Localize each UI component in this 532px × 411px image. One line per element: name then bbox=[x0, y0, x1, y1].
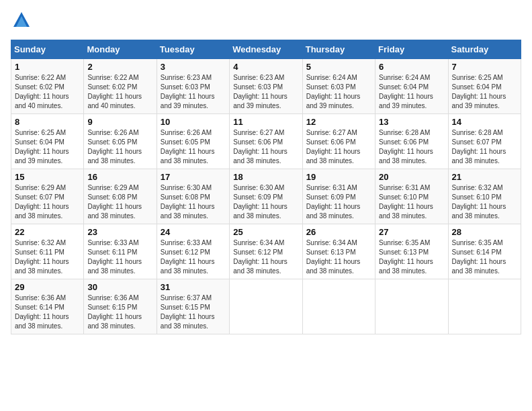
calendar-day-cell: 19Sunrise: 6:31 AMSunset: 6:09 PMDayligh… bbox=[302, 169, 375, 224]
calendar-week-row: 8Sunrise: 6:25 AMSunset: 6:04 PMDaylight… bbox=[11, 114, 521, 169]
day-number: 26 bbox=[306, 227, 371, 237]
calendar-day-cell: 21Sunrise: 6:32 AMSunset: 6:10 PMDayligh… bbox=[448, 169, 521, 224]
calendar-day-cell: 4Sunrise: 6:23 AMSunset: 6:03 PMDaylight… bbox=[230, 59, 302, 114]
day-number: 1 bbox=[15, 62, 80, 72]
day-info: Sunrise: 6:29 AMSunset: 6:08 PMDaylight:… bbox=[87, 184, 142, 220]
calendar-day-cell: 23Sunrise: 6:33 AMSunset: 6:11 PMDayligh… bbox=[84, 224, 157, 279]
day-number: 28 bbox=[452, 227, 517, 237]
logo-icon bbox=[12, 11, 31, 30]
calendar-week-row: 29Sunrise: 6:36 AMSunset: 6:14 PMDayligh… bbox=[11, 279, 521, 334]
day-info: Sunrise: 6:36 AMSunset: 6:14 PMDaylight:… bbox=[15, 294, 69, 330]
day-number: 29 bbox=[15, 282, 80, 292]
day-info: Sunrise: 6:36 AMSunset: 6:15 PMDaylight:… bbox=[87, 294, 142, 330]
day-number: 3 bbox=[161, 62, 226, 72]
day-number: 10 bbox=[161, 117, 226, 127]
weekday-header-row: SundayMondayTuesdayWednesdayThursdayFrid… bbox=[11, 40, 521, 59]
weekday-header-cell: Sunday bbox=[11, 40, 84, 59]
day-number: 2 bbox=[87, 62, 152, 72]
calendar-day-cell: 20Sunrise: 6:31 AMSunset: 6:10 PMDayligh… bbox=[375, 169, 448, 224]
day-number: 31 bbox=[161, 282, 226, 292]
day-number: 9 bbox=[87, 117, 152, 127]
day-info: Sunrise: 6:31 AMSunset: 6:10 PMDaylight:… bbox=[379, 184, 433, 220]
day-number: 8 bbox=[15, 117, 80, 127]
day-number: 19 bbox=[306, 172, 371, 182]
day-info: Sunrise: 6:28 AMSunset: 6:07 PMDaylight:… bbox=[452, 129, 506, 165]
calendar-week-row: 1Sunrise: 6:22 AMSunset: 6:02 PMDaylight… bbox=[11, 59, 521, 114]
calendar-day-cell: 16Sunrise: 6:29 AMSunset: 6:08 PMDayligh… bbox=[84, 169, 157, 224]
weekday-header-cell: Thursday bbox=[302, 40, 375, 59]
calendar-day-cell: 6Sunrise: 6:24 AMSunset: 6:04 PMDaylight… bbox=[375, 59, 448, 114]
day-info: Sunrise: 6:34 AMSunset: 6:12 PMDaylight:… bbox=[233, 239, 287, 275]
weekday-header-cell: Monday bbox=[84, 40, 157, 59]
day-number: 17 bbox=[161, 172, 226, 182]
calendar-day-cell: 1Sunrise: 6:22 AMSunset: 6:02 PMDaylight… bbox=[11, 59, 84, 114]
day-number: 6 bbox=[379, 62, 444, 72]
day-number: 22 bbox=[15, 227, 80, 237]
calendar-day-cell: 17Sunrise: 6:30 AMSunset: 6:08 PMDayligh… bbox=[157, 169, 229, 224]
calendar-day-cell: 14Sunrise: 6:28 AMSunset: 6:07 PMDayligh… bbox=[448, 114, 521, 169]
calendar-day-cell: 28Sunrise: 6:35 AMSunset: 6:14 PMDayligh… bbox=[448, 224, 521, 279]
day-number: 4 bbox=[233, 62, 298, 72]
day-info: Sunrise: 6:32 AMSunset: 6:11 PMDaylight:… bbox=[15, 239, 69, 275]
header bbox=[11, 11, 521, 33]
day-info: Sunrise: 6:34 AMSunset: 6:13 PMDaylight:… bbox=[306, 239, 361, 275]
day-info: Sunrise: 6:24 AMSunset: 6:03 PMDaylight:… bbox=[306, 74, 361, 109]
day-info: Sunrise: 6:30 AMSunset: 6:08 PMDaylight:… bbox=[161, 184, 215, 220]
calendar-day-cell: 11Sunrise: 6:27 AMSunset: 6:06 PMDayligh… bbox=[230, 114, 302, 169]
day-info: Sunrise: 6:35 AMSunset: 6:13 PMDaylight:… bbox=[379, 239, 433, 275]
day-number: 16 bbox=[87, 172, 152, 182]
day-number: 23 bbox=[87, 227, 152, 237]
weekday-header-cell: Wednesday bbox=[230, 40, 302, 59]
day-number: 7 bbox=[452, 62, 517, 72]
calendar-day-cell: 13Sunrise: 6:28 AMSunset: 6:06 PMDayligh… bbox=[375, 114, 448, 169]
day-info: Sunrise: 6:28 AMSunset: 6:06 PMDaylight:… bbox=[379, 129, 433, 165]
day-number: 15 bbox=[15, 172, 80, 182]
calendar-day-cell: 7Sunrise: 6:25 AMSunset: 6:04 PMDaylight… bbox=[448, 59, 521, 114]
calendar-day-cell: 29Sunrise: 6:36 AMSunset: 6:14 PMDayligh… bbox=[11, 279, 84, 334]
calendar-day-cell: 3Sunrise: 6:23 AMSunset: 6:03 PMDaylight… bbox=[157, 59, 229, 114]
calendar-day-cell bbox=[448, 279, 521, 334]
calendar-day-cell bbox=[375, 279, 448, 334]
calendar-day-cell: 26Sunrise: 6:34 AMSunset: 6:13 PMDayligh… bbox=[302, 224, 375, 279]
calendar-table: SundayMondayTuesdayWednesdayThursdayFrid… bbox=[11, 40, 521, 334]
day-number: 25 bbox=[233, 227, 298, 237]
calendar-week-row: 22Sunrise: 6:32 AMSunset: 6:11 PMDayligh… bbox=[11, 224, 521, 279]
calendar-day-cell: 22Sunrise: 6:32 AMSunset: 6:11 PMDayligh… bbox=[11, 224, 84, 279]
calendar-day-cell bbox=[230, 279, 302, 334]
calendar-day-cell: 2Sunrise: 6:22 AMSunset: 6:02 PMDaylight… bbox=[84, 59, 157, 114]
day-info: Sunrise: 6:37 AMSunset: 6:15 PMDaylight:… bbox=[161, 294, 215, 330]
day-number: 13 bbox=[379, 117, 444, 127]
calendar-day-cell: 24Sunrise: 6:33 AMSunset: 6:12 PMDayligh… bbox=[157, 224, 229, 279]
day-number: 21 bbox=[452, 172, 517, 182]
day-info: Sunrise: 6:33 AMSunset: 6:12 PMDaylight:… bbox=[161, 239, 215, 275]
day-number: 20 bbox=[379, 172, 444, 182]
day-number: 5 bbox=[306, 62, 371, 72]
calendar-day-cell: 27Sunrise: 6:35 AMSunset: 6:13 PMDayligh… bbox=[375, 224, 448, 279]
day-info: Sunrise: 6:33 AMSunset: 6:11 PMDaylight:… bbox=[87, 239, 142, 275]
day-info: Sunrise: 6:25 AMSunset: 6:04 PMDaylight:… bbox=[15, 129, 69, 165]
day-info: Sunrise: 6:27 AMSunset: 6:06 PMDaylight:… bbox=[306, 129, 361, 165]
calendar-day-cell: 31Sunrise: 6:37 AMSunset: 6:15 PMDayligh… bbox=[157, 279, 229, 334]
day-info: Sunrise: 6:31 AMSunset: 6:09 PMDaylight:… bbox=[306, 184, 361, 220]
day-number: 11 bbox=[233, 117, 298, 127]
day-info: Sunrise: 6:24 AMSunset: 6:04 PMDaylight:… bbox=[379, 74, 433, 109]
day-number: 18 bbox=[233, 172, 298, 182]
day-info: Sunrise: 6:26 AMSunset: 6:05 PMDaylight:… bbox=[87, 129, 142, 165]
day-number: 30 bbox=[87, 282, 152, 292]
day-number: 14 bbox=[452, 117, 517, 127]
day-info: Sunrise: 6:25 AMSunset: 6:04 PMDaylight:… bbox=[452, 74, 506, 109]
calendar-day-cell: 8Sunrise: 6:25 AMSunset: 6:04 PMDaylight… bbox=[11, 114, 84, 169]
weekday-header-cell: Saturday bbox=[448, 40, 521, 59]
day-info: Sunrise: 6:23 AMSunset: 6:03 PMDaylight:… bbox=[233, 74, 287, 109]
calendar-day-cell: 9Sunrise: 6:26 AMSunset: 6:05 PMDaylight… bbox=[84, 114, 157, 169]
day-info: Sunrise: 6:32 AMSunset: 6:10 PMDaylight:… bbox=[452, 184, 506, 220]
calendar-day-cell: 12Sunrise: 6:27 AMSunset: 6:06 PMDayligh… bbox=[302, 114, 375, 169]
day-number: 27 bbox=[379, 227, 444, 237]
weekday-header-cell: Friday bbox=[375, 40, 448, 59]
day-info: Sunrise: 6:22 AMSunset: 6:02 PMDaylight:… bbox=[87, 74, 142, 109]
calendar-day-cell: 5Sunrise: 6:24 AMSunset: 6:03 PMDaylight… bbox=[302, 59, 375, 114]
day-number: 24 bbox=[161, 227, 226, 237]
weekday-header-cell: Tuesday bbox=[157, 40, 229, 59]
calendar-day-cell: 10Sunrise: 6:26 AMSunset: 6:05 PMDayligh… bbox=[157, 114, 229, 169]
calendar-body: 1Sunrise: 6:22 AMSunset: 6:02 PMDaylight… bbox=[11, 59, 521, 334]
